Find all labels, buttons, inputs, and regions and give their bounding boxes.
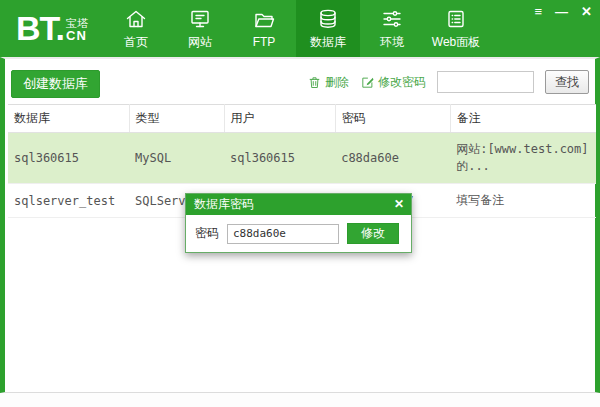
toolbar: 创建数据库 删除 修改密码 查找	[5, 59, 595, 104]
column-header-database: 数据库	[8, 105, 129, 133]
bt-logo: BT. 宝塔 CN	[16, 9, 88, 47]
baota-panel-window: BT. 宝塔 CN 首页 网站	[0, 0, 600, 407]
search-input[interactable]	[437, 71, 534, 93]
table-row[interactable]: sql360615 MySQL sql360615 c88da60e 网站:[w…	[8, 133, 596, 184]
trash-icon	[307, 75, 322, 90]
nav-label-website: 网站	[188, 34, 212, 51]
column-header-password: 密码	[335, 105, 450, 133]
nav-label-database: 数据库	[310, 34, 346, 51]
edit-icon	[360, 75, 375, 90]
password-field[interactable]	[227, 224, 339, 244]
cell-user: sql360615	[224, 133, 335, 184]
nav-label-ftp: FTP	[253, 35, 276, 49]
monitor-icon	[188, 7, 212, 31]
cell-password: c88da60e	[335, 133, 450, 184]
close-icon[interactable]: ✕	[394, 194, 404, 215]
logo-main-text: BT.	[16, 9, 64, 47]
logo-cn-text: CN	[66, 29, 88, 43]
cell-type: MySQL	[129, 133, 224, 184]
cell-note[interactable]: 网站:[www.test.com]的...	[450, 133, 596, 184]
column-header-note: 备注	[450, 105, 596, 133]
change-password-label: 修改密码	[378, 74, 426, 91]
create-database-button[interactable]: 创建数据库	[11, 70, 100, 98]
change-password-link[interactable]: 修改密码	[360, 74, 426, 91]
sliders-icon	[380, 7, 404, 31]
nav-label-home: 首页	[124, 34, 148, 51]
main-nav: 首页 网站 FTP 数据库	[104, 0, 488, 57]
modal-body: 密码 修改	[186, 215, 411, 252]
window-controls: ≡ — ✕	[535, 5, 593, 19]
nav-label-environment: 环境	[380, 34, 404, 51]
database-icon	[316, 7, 340, 31]
nav-item-environment[interactable]: 环境	[360, 0, 424, 57]
window-menu-button[interactable]: ≡	[535, 5, 543, 19]
nav-item-ftp[interactable]: FTP	[232, 0, 296, 57]
folder-icon	[252, 8, 276, 32]
delete-link[interactable]: 删除	[307, 74, 349, 91]
window-close-button[interactable]: ✕	[581, 5, 592, 19]
nav-item-home[interactable]: 首页	[104, 0, 168, 57]
window-minimize-button[interactable]: —	[555, 5, 568, 19]
topbar: BT. 宝塔 CN 首页 网站	[0, 0, 600, 57]
modal-title-bar: 数据库密码 ✕	[186, 194, 411, 215]
column-header-user: 用户	[224, 105, 335, 133]
cell-database: sqlserver_test	[8, 184, 129, 218]
nav-item-database[interactable]: 数据库	[296, 0, 360, 57]
nav-item-website[interactable]: 网站	[168, 0, 232, 57]
home-icon	[124, 7, 148, 31]
modify-button[interactable]: 修改	[347, 223, 399, 244]
list-panel-icon	[444, 7, 468, 31]
modal-title: 数据库密码	[194, 197, 254, 211]
cell-database: sql360615	[8, 133, 129, 184]
password-label: 密码	[195, 225, 219, 242]
column-header-type: 类型	[129, 105, 224, 133]
find-button[interactable]: 查找	[545, 70, 589, 94]
nav-label-webpanel: Web面板	[432, 34, 480, 51]
cell-note[interactable]: 填写备注	[450, 184, 596, 218]
database-password-modal: 数据库密码 ✕ 密码 修改	[185, 193, 412, 253]
table-header-row: 数据库 类型 用户 密码 备注	[8, 105, 596, 133]
delete-label: 删除	[325, 74, 349, 91]
nav-item-webpanel[interactable]: Web面板	[424, 0, 488, 57]
